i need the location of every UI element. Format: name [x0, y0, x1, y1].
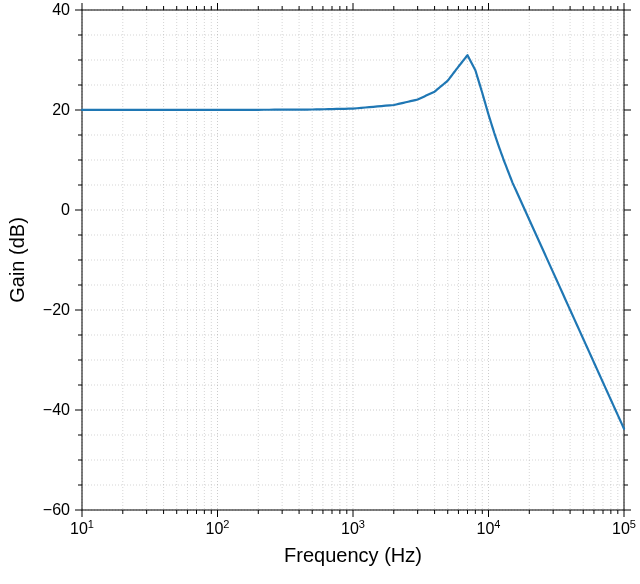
- y-tick-label: −20: [43, 301, 70, 318]
- y-tick-label: −40: [43, 401, 70, 418]
- x-axis-label: Frequency (Hz): [284, 544, 422, 566]
- y-tick-label: 0: [61, 201, 70, 218]
- y-tick-label: 40: [52, 1, 70, 18]
- y-tick-label: 20: [52, 101, 70, 118]
- gain-vs-frequency-chart: 101102103104105−60−40−2002040Frequency (…: [0, 0, 640, 584]
- y-tick-label: −60: [43, 501, 70, 518]
- svg-rect-0: [0, 0, 640, 584]
- y-axis-label: Gain (dB): [6, 217, 28, 303]
- chart-svg: 101102103104105−60−40−2002040Frequency (…: [0, 0, 640, 584]
